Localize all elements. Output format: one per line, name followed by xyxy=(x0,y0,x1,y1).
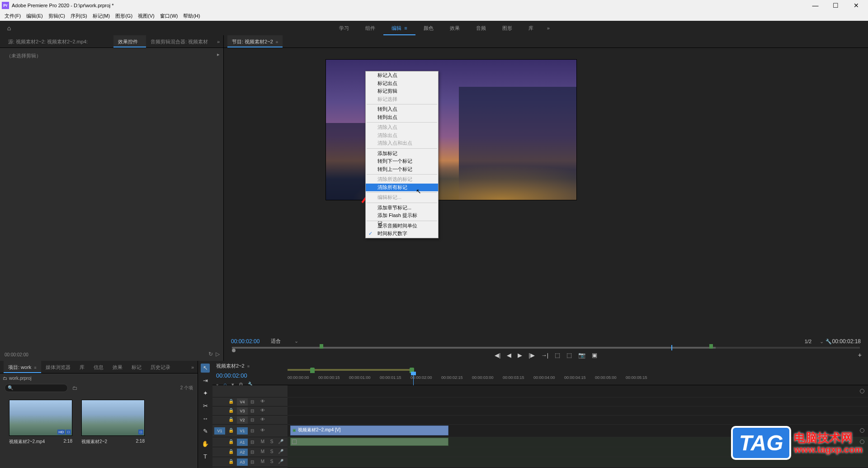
voiceover-icon[interactable]: 🎤 xyxy=(278,449,284,455)
cm-goto-prev-marker[interactable]: 转到上一个标记 xyxy=(366,165,438,174)
razor-tool[interactable]: ✂ xyxy=(201,402,210,411)
scroll-handle[interactable] xyxy=(860,440,864,444)
menu-marker[interactable]: 标记(M) xyxy=(90,13,113,19)
cm-show-audio-time[interactable]: 显示音频时间单位 xyxy=(366,222,438,230)
source-patch[interactable]: V1 xyxy=(214,427,225,435)
ws-tab-learn[interactable]: 学习 xyxy=(331,21,357,35)
lock-icon[interactable]: 🔒 xyxy=(228,428,234,434)
audio-mixer-tab[interactable]: 音频剪辑混合器: 视频素材2~2 xyxy=(146,35,217,47)
project-tab[interactable]: 项目: work≡ xyxy=(4,361,41,373)
scroll-handle[interactable] xyxy=(860,428,864,433)
track-header-v1[interactable]: V1🔒V1⊟👁 xyxy=(212,424,288,437)
video-clip[interactable]: ▣视频素材2~2.mp4 [V] xyxy=(290,425,448,435)
sync-lock-icon[interactable]: ⊟ xyxy=(250,417,257,422)
cm-goto-in[interactable]: 转到入点 xyxy=(366,105,438,113)
voiceover-icon[interactable]: 🎤 xyxy=(278,439,284,445)
sequence-tab[interactable]: 视频素材2~2≡ xyxy=(216,363,284,371)
cm-goto-next-marker[interactable]: 转到下一个标记 xyxy=(366,157,438,165)
program-timecode-left[interactable]: 00:00:02:00 xyxy=(231,338,259,345)
menu-help[interactable]: 帮助(H) xyxy=(180,13,203,19)
maximize-button[interactable]: ☐ xyxy=(826,0,846,11)
ws-tab-color[interactable]: 颜色 xyxy=(415,21,442,35)
play-button[interactable]: ▶ xyxy=(518,352,522,359)
lock-icon[interactable]: 🔒 xyxy=(228,439,234,445)
ws-tab-edit[interactable]: 编辑≡ xyxy=(383,21,415,35)
video-preview[interactable] xyxy=(326,59,577,200)
filter-icon[interactable]: 🗀 xyxy=(72,385,77,391)
source-timecode[interactable]: 00:00:02:00 xyxy=(5,352,28,357)
settings-icon[interactable]: 🔧 xyxy=(826,339,832,345)
cm-mark-out[interactable]: 标记出点 xyxy=(366,80,438,88)
ws-tab-library[interactable]: 库 xyxy=(520,21,542,35)
marker-icon[interactable] xyxy=(320,344,323,349)
ws-more-button[interactable]: » xyxy=(542,25,555,31)
track-header-a2[interactable]: 🔒A2⊟MS🎤 xyxy=(212,447,288,457)
project-item[interactable]: HD□ 视频素材2~2.mp42:18 xyxy=(9,400,72,445)
source-tab[interactable]: 源: 视频素材2~2: 视频素材2~2.mp4: 00:00:00:00 xyxy=(4,35,113,47)
minimize-button[interactable]: — xyxy=(805,0,826,11)
add-button[interactable]: + xyxy=(858,351,862,359)
lock-icon[interactable]: 🔒 xyxy=(228,459,234,465)
cm-time-ruler-numbers[interactable]: ✓时间标尺数字 xyxy=(366,230,438,238)
cm-add-chapter-marker[interactable]: 添加章节标记... xyxy=(366,204,438,212)
lift-button[interactable]: ⬚ xyxy=(555,352,560,359)
track-header-v4[interactable]: 🔒V4⊟👁 xyxy=(212,397,288,406)
cm-add-flash-cue[interactable]: 添加 Flash 提示标记... xyxy=(366,212,438,220)
info-tab[interactable]: 信息 xyxy=(89,361,108,373)
program-tab[interactable]: 节目: 视频素材2~2≡ xyxy=(227,35,283,47)
sync-lock-icon[interactable]: ⊟ xyxy=(250,399,257,404)
eye-icon[interactable]: 👁 xyxy=(259,399,266,405)
scroll-handle[interactable] xyxy=(860,389,864,393)
cm-add-marker[interactable]: 添加标记 xyxy=(366,150,438,158)
eye-icon[interactable]: 👁 xyxy=(259,428,266,434)
voiceover-icon[interactable]: 🎤 xyxy=(278,459,284,465)
media-browser-tab[interactable]: 媒体浏览器 xyxy=(41,361,75,373)
time-ruler[interactable]: 00:00:00:00 00:00:00:15 00:00:01:00 00:0… xyxy=(288,361,868,385)
sync-lock-icon[interactable]: ⊟ xyxy=(250,459,257,464)
menu-file[interactable]: 文件(F) xyxy=(2,13,24,19)
export-frame-button[interactable]: 📷 xyxy=(578,352,585,359)
extract-button[interactable]: ⬚ xyxy=(566,352,572,359)
home-icon[interactable]: ⌂ xyxy=(0,24,18,32)
cm-clear-all-markers[interactable]: 清除所有标记 xyxy=(366,184,438,192)
lock-icon[interactable]: 🔒 xyxy=(228,408,234,414)
project-more-button[interactable]: » xyxy=(191,364,194,370)
menu-view[interactable]: 视图(V) xyxy=(135,13,157,19)
effects-tab[interactable]: 效果 xyxy=(108,361,127,373)
source-more-button[interactable]: » xyxy=(217,39,220,44)
selection-tool[interactable]: ↖ xyxy=(201,364,210,373)
track-header-v2[interactable]: 🔒V2⊟👁 xyxy=(212,415,288,424)
step-forward-button[interactable]: |▶ xyxy=(528,352,534,359)
lock-icon[interactable]: 🔒 xyxy=(228,399,234,405)
project-item[interactable]: □ 视频素材2~22:18 xyxy=(81,400,145,445)
cm-goto-out[interactable]: 转到出点 xyxy=(366,113,438,122)
ws-tab-audio[interactable]: 音频 xyxy=(468,21,494,35)
track-select-tool[interactable]: ⇥ xyxy=(201,376,210,385)
cm-mark-in[interactable]: 标记入点 xyxy=(366,71,438,80)
hand-tool[interactable]: ✋ xyxy=(201,440,210,449)
menu-edit[interactable]: 编辑(E) xyxy=(24,13,46,19)
play-icon[interactable]: ▷ xyxy=(216,351,220,357)
library-tab[interactable]: 库 xyxy=(75,361,89,373)
cm-mark-clip[interactable]: 标记剪辑 xyxy=(366,87,438,95)
eye-icon[interactable]: 👁 xyxy=(259,408,266,414)
history-tab[interactable]: 历史记录 xyxy=(146,361,175,373)
ws-tab-effects[interactable]: 效果 xyxy=(442,21,468,35)
menu-window[interactable]: 窗口(W) xyxy=(157,13,181,19)
zoom-dropdown[interactable]: 1/2⌄ xyxy=(805,339,824,345)
type-tool[interactable]: T xyxy=(201,452,210,461)
menu-graphics[interactable]: 图形(G) xyxy=(113,13,135,19)
loop-icon[interactable]: ↻ xyxy=(208,351,213,357)
slip-tool[interactable]: ↔ xyxy=(201,414,210,423)
lock-icon[interactable]: 🔒 xyxy=(228,449,234,455)
fit-dropdown[interactable]: 适合⌄ xyxy=(271,338,298,345)
ripple-tool[interactable]: ✦ xyxy=(201,389,210,398)
mark-out-button[interactable]: →| xyxy=(541,352,548,359)
marker-icon[interactable] xyxy=(709,344,713,349)
markers-tab[interactable]: 标记 xyxy=(127,361,146,373)
track-content[interactable]: ▣视频素材2~2.mp4 [V] xyxy=(288,385,868,468)
menu-clip[interactable]: 剪辑(C) xyxy=(46,13,68,19)
pen-tool[interactable]: ✎ xyxy=(201,427,210,436)
mark-in-button[interactable]: ◀| xyxy=(495,352,500,359)
close-button[interactable]: ✕ xyxy=(846,0,866,11)
